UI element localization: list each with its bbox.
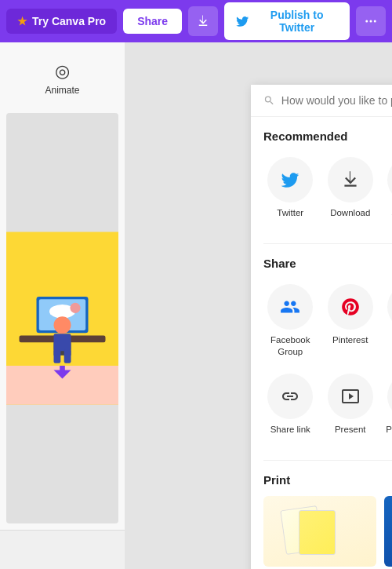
share-grid: Facebook Group Pinterest bbox=[263, 279, 392, 452]
print-grid: CHILDREN'S BOOK CLUB — Est. 2021 — bbox=[263, 496, 392, 567]
search-bar bbox=[251, 85, 392, 117]
share-item-facebook-group[interactable]: Facebook Group bbox=[263, 279, 318, 363]
present-circle bbox=[328, 374, 373, 419]
try-canva-button[interactable]: ★ Try Canva Pro bbox=[6, 9, 117, 34]
print-section-title: Print bbox=[263, 473, 392, 487]
svg-rect-12 bbox=[54, 349, 61, 363]
recommended-section-title: Recommended bbox=[263, 129, 392, 143]
crown-icon: ★ bbox=[17, 15, 27, 27]
twitter-circle bbox=[267, 157, 313, 202]
share-button[interactable]: Share bbox=[123, 9, 182, 34]
link-circle bbox=[267, 374, 313, 419]
share-item-slack[interactable]: Slack bbox=[383, 279, 392, 363]
svg-point-10 bbox=[54, 316, 71, 334]
share-item-pinterest[interactable]: Pinterest bbox=[324, 279, 378, 363]
animate-icon: ◎ bbox=[55, 61, 70, 82]
share-item-present[interactable]: Present bbox=[324, 369, 378, 452]
svg-point-2 bbox=[374, 20, 376, 23]
search-input[interactable] bbox=[281, 94, 392, 107]
sidebar-item-animate[interactable]: ◎ Animate bbox=[0, 50, 125, 107]
facebook-group-label: Facebook Group bbox=[265, 334, 316, 358]
present-label: Present bbox=[335, 424, 366, 436]
divider-2 bbox=[263, 460, 392, 461]
pinterest-circle bbox=[328, 284, 373, 330]
download-circle bbox=[328, 157, 373, 202]
toolbar: ★ Try Canva Pro Share Publish to Twitter bbox=[0, 0, 392, 42]
facebook-group-circle bbox=[267, 284, 313, 330]
share-item-link[interactable]: Share link bbox=[263, 369, 318, 452]
publish-twitter-button[interactable]: Publish to Twitter bbox=[224, 2, 350, 40]
twitter-label: Twitter bbox=[277, 207, 303, 219]
share-link-label: Share link bbox=[270, 424, 310, 436]
svg-point-0 bbox=[365, 20, 368, 23]
canvas-thumbnail-area bbox=[6, 113, 118, 523]
recommended-item-twitter[interactable]: Twitter bbox=[263, 152, 318, 235]
schedule-circle: ★ bbox=[387, 157, 392, 202]
recommended-item-schedule[interactable]: ★ Schedule bbox=[383, 152, 392, 235]
canvas-illustration bbox=[6, 113, 118, 523]
canvas-background: Recommended Twitter bbox=[125, 42, 392, 569]
download-icon bbox=[196, 14, 210, 28]
svg-point-9 bbox=[70, 303, 80, 313]
pinterest-label: Pinterest bbox=[332, 334, 368, 346]
divider-1 bbox=[263, 243, 392, 244]
canvas-bottom-bar bbox=[0, 530, 125, 569]
svg-rect-11 bbox=[54, 334, 71, 351]
share-item-present-record[interactable]: Present and record bbox=[383, 369, 392, 452]
sidebar: ◎ Animate bbox=[0, 42, 125, 569]
recommended-item-download[interactable]: Download bbox=[324, 152, 378, 235]
recommended-grid: Twitter Download bbox=[263, 152, 392, 235]
more-icon bbox=[364, 14, 378, 28]
panel-scroll-area[interactable]: Recommended Twitter bbox=[251, 117, 392, 569]
search-icon bbox=[263, 94, 275, 107]
svg-rect-16 bbox=[60, 366, 65, 374]
print-thumb-2[interactable]: CHILDREN'S BOOK CLUB — Est. 2021 — bbox=[384, 496, 392, 567]
svg-rect-13 bbox=[64, 349, 71, 363]
present-record-label: Present and record bbox=[385, 424, 392, 447]
download-label: Download bbox=[330, 207, 370, 219]
more-options-button[interactable] bbox=[356, 6, 386, 36]
publish-dropdown-panel: Recommended Twitter bbox=[251, 85, 392, 569]
main-area: ◎ Animate bbox=[0, 42, 392, 569]
twitter-icon bbox=[235, 13, 249, 29]
present-record-circle bbox=[387, 374, 392, 419]
share-section-title: Share bbox=[263, 257, 392, 270]
print-thumb-1[interactable] bbox=[263, 496, 376, 567]
svg-point-1 bbox=[370, 20, 372, 23]
slack-circle bbox=[387, 284, 392, 330]
download-button[interactable] bbox=[188, 6, 218, 36]
